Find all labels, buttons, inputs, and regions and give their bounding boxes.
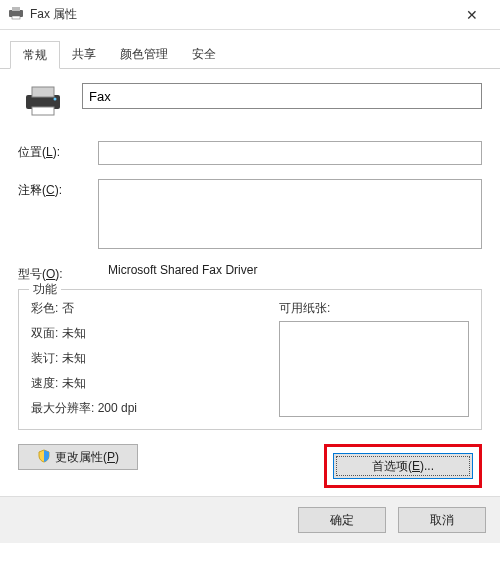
window-title: Fax 属性 [30, 6, 452, 23]
tab-general[interactable]: 常规 [10, 41, 60, 69]
cap-maxres: 最大分辨率: 200 dpi [31, 400, 259, 417]
comment-input[interactable] [98, 179, 482, 249]
capabilities-group: 功能 彩色: 否 双面: 未知 装订: 未知 速度: 未知 最大分辨率: 200… [18, 289, 482, 430]
svg-rect-5 [32, 107, 54, 115]
cancel-button[interactable]: 取消 [398, 507, 486, 533]
paper-label: 可用纸张: [279, 300, 469, 317]
printer-icon [22, 83, 64, 117]
location-label: 位置(L): [18, 141, 98, 161]
tab-sharing[interactable]: 共享 [60, 41, 108, 69]
svg-rect-1 [12, 7, 20, 11]
tab-bar: 常规 共享 颜色管理 安全 [0, 30, 500, 69]
printer-name-input[interactable] [82, 83, 482, 109]
tab-security[interactable]: 安全 [180, 41, 228, 69]
change-properties-button[interactable]: 更改属性(P) [18, 444, 138, 470]
model-label: 型号(O): [18, 263, 108, 283]
model-value: Microsoft Shared Fax Driver [108, 263, 257, 283]
location-input[interactable] [98, 141, 482, 165]
capabilities-legend: 功能 [29, 281, 61, 298]
cap-staple: 装订: 未知 [31, 350, 259, 367]
svg-point-6 [54, 98, 57, 101]
ok-button[interactable]: 确定 [298, 507, 386, 533]
svg-rect-2 [12, 16, 20, 19]
cap-color: 彩色: 否 [31, 300, 259, 317]
tab-color-management[interactable]: 颜色管理 [108, 41, 180, 69]
preferences-highlight: 首选项(E)... [324, 444, 482, 488]
cap-duplex: 双面: 未知 [31, 325, 259, 342]
preferences-button[interactable]: 首选项(E)... [333, 453, 473, 479]
svg-rect-4 [32, 87, 54, 97]
close-button[interactable]: ✕ [452, 7, 492, 23]
shield-icon [37, 449, 51, 466]
comment-label: 注释(C): [18, 179, 98, 199]
fax-title-icon [8, 6, 24, 23]
cap-speed: 速度: 未知 [31, 375, 259, 392]
paper-list[interactable] [279, 321, 469, 417]
